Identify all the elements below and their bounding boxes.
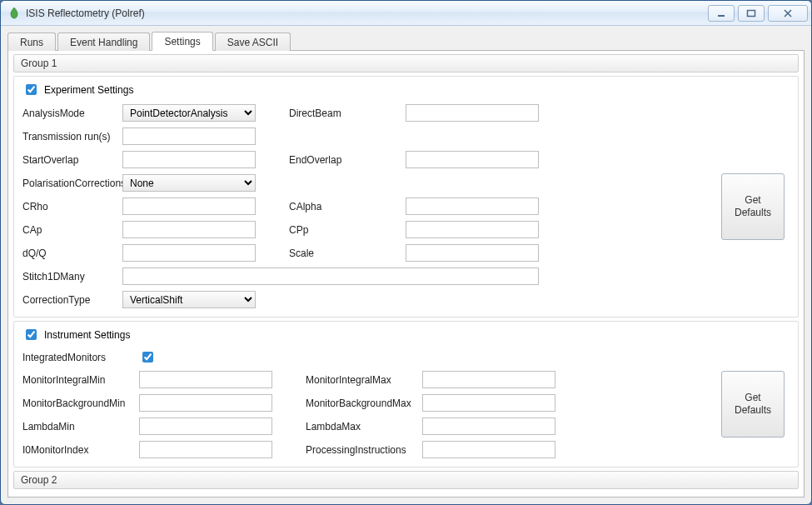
dqq-input[interactable]	[122, 244, 256, 262]
monitor-integral-max-input[interactable]	[422, 371, 555, 388]
end-overlap-input[interactable]	[406, 151, 539, 168]
lambda-max-label: LambdaMax	[306, 421, 422, 432]
experiment-settings-label: Experiment Settings	[44, 84, 133, 96]
polarisation-corrections-select[interactable]: None	[122, 174, 256, 192]
polarisation-corrections-label: PolarisationCorrections	[22, 178, 122, 189]
correction-type-label: CorrectionType	[22, 294, 122, 306]
processing-instructions-label: ProcessingInstructions	[306, 444, 422, 456]
integrated-monitors-label: IntegratedMonitors	[22, 352, 139, 363]
crho-label: CRho	[22, 201, 122, 212]
transmission-runs-label: Transmission run(s)	[22, 131, 122, 142]
titlebar: ISIS Reflectometry (Polref)	[1, 1, 811, 26]
close-button[interactable]	[768, 5, 808, 22]
start-overlap-label: StartOverlap	[22, 154, 122, 166]
tab-runs[interactable]: Runs	[7, 32, 56, 51]
integrated-monitors-checkbox[interactable]	[142, 352, 153, 362]
instrument-settings-panel: Instrument Settings IntegratedMonitors M…	[13, 321, 799, 468]
calpha-input[interactable]	[406, 198, 539, 215]
group1-header[interactable]: Group 1	[13, 54, 799, 72]
cpp-input[interactable]	[406, 221, 539, 238]
stitch1dmany-label: Stitch1DMany	[22, 271, 122, 282]
cap-label: CAp	[22, 224, 122, 236]
monitor-background-min-label: MonitorBackgroundMin	[22, 398, 139, 409]
lambda-min-label: LambdaMin	[22, 421, 139, 432]
window-buttons	[708, 5, 808, 22]
tab-save-ascii[interactable]: Save ASCII	[215, 32, 291, 51]
lambda-max-input[interactable]	[422, 418, 555, 435]
analysis-mode-label: AnalysisMode	[22, 108, 122, 119]
scale-label: Scale	[289, 248, 406, 259]
client-area: Runs Event Handling Settings Save ASCII …	[1, 26, 811, 504]
crho-input[interactable]	[122, 198, 256, 215]
monitor-background-max-input[interactable]	[422, 394, 555, 412]
correction-type-select[interactable]: VerticalShift	[122, 291, 256, 308]
cpp-label: CPp	[289, 224, 406, 236]
i0-monitor-index-label: I0MonitorIndex	[22, 444, 139, 456]
direct-beam-label: DirectBeam	[289, 108, 406, 119]
tab-event-handling[interactable]: Event Handling	[57, 32, 150, 51]
experiment-get-defaults-button[interactable]: Get Defaults	[721, 173, 785, 240]
experiment-fields: AnalysisMode PointDetectorAnalysis Direc…	[22, 104, 711, 308]
direct-beam-input[interactable]	[406, 104, 539, 122]
monitor-background-min-input[interactable]	[139, 394, 272, 412]
lambda-min-input[interactable]	[139, 418, 272, 435]
instrument-settings-title: Instrument Settings	[22, 327, 790, 342]
calpha-label: CAlpha	[289, 201, 406, 212]
app-icon	[7, 7, 21, 20]
settings-page: Group 1 Experiment Settings AnalysisMode…	[7, 51, 805, 498]
monitor-integral-min-input[interactable]	[139, 371, 272, 388]
analysis-mode-select[interactable]: PointDetectorAnalysis	[122, 104, 256, 122]
start-overlap-input[interactable]	[122, 151, 256, 168]
group2-header[interactable]: Group 2	[13, 471, 799, 489]
experiment-settings-panel: Experiment Settings AnalysisMode PointDe…	[13, 76, 799, 318]
end-overlap-label: EndOverlap	[289, 154, 406, 166]
experiment-settings-checkbox[interactable]	[26, 84, 37, 95]
i0-monitor-index-input[interactable]	[139, 441, 272, 458]
instrument-fields: IntegratedMonitors MonitorIntegralMin Mo…	[22, 349, 711, 458]
transmission-runs-input[interactable]	[122, 128, 256, 145]
instrument-get-defaults-button[interactable]: Get Defaults	[721, 371, 785, 438]
window-title: ISIS Reflectometry (Polref)	[26, 8, 708, 19]
monitor-integral-min-label: MonitorIntegralMin	[22, 374, 139, 386]
cap-input[interactable]	[122, 221, 256, 238]
experiment-settings-title: Experiment Settings	[22, 82, 790, 98]
svg-rect-1	[748, 10, 755, 16]
processing-instructions-input[interactable]	[422, 441, 555, 458]
tab-settings[interactable]: Settings	[152, 32, 212, 51]
monitor-background-max-label: MonitorBackgroundMax	[306, 398, 422, 409]
tabstrip: Runs Event Handling Settings Save ASCII	[7, 31, 805, 51]
minimize-button[interactable]	[708, 5, 735, 22]
scale-input[interactable]	[406, 244, 539, 262]
stitch1dmany-input[interactable]	[122, 268, 539, 285]
svg-rect-0	[718, 15, 725, 17]
window: ISIS Reflectometry (Polref) Runs Event H…	[0, 0, 812, 505]
monitor-integral-max-label: MonitorIntegralMax	[306, 374, 422, 386]
instrument-settings-label: Instrument Settings	[44, 329, 130, 341]
dqq-label: dQ/Q	[22, 248, 122, 259]
instrument-settings-checkbox[interactable]	[26, 329, 37, 340]
maximize-button[interactable]	[738, 5, 765, 22]
